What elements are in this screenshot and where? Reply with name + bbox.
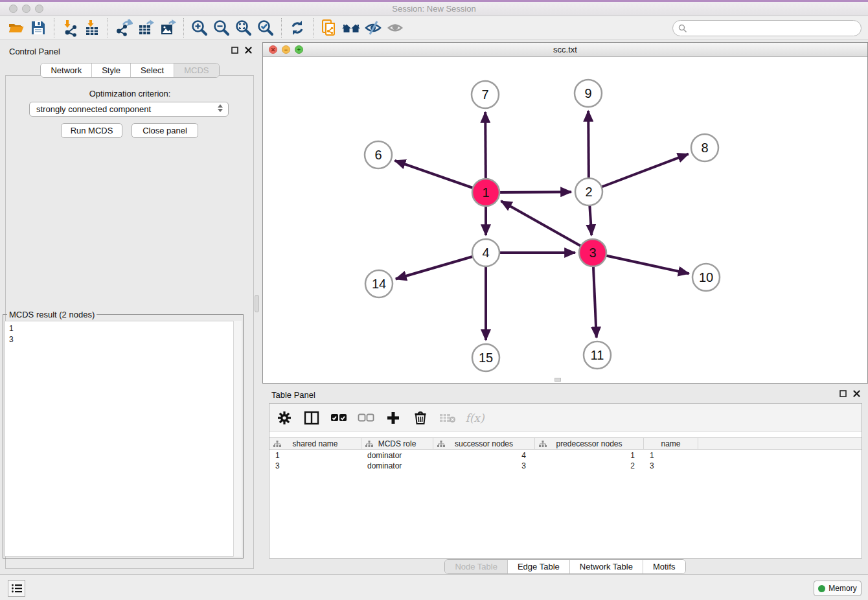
- svg-text:8: 8: [701, 141, 708, 155]
- table-cell[interactable]: 1: [644, 450, 698, 461]
- import-table-button[interactable]: [81, 18, 103, 38]
- column-header-MCDS-role[interactable]: MCDS role: [361, 438, 433, 449]
- table-cell[interactable]: dominator: [361, 450, 433, 461]
- delete-table-icon: [439, 412, 456, 424]
- graph-node-8[interactable]: 8: [691, 134, 718, 161]
- table-tab-node-table[interactable]: Node Table: [445, 560, 507, 573]
- close-panel-icon[interactable]: [245, 47, 252, 54]
- zoom-selected-button[interactable]: [255, 18, 277, 38]
- network-window-titlebar[interactable]: ✕ − + scc.txt: [263, 43, 867, 57]
- graph-edge-3-1[interactable]: [501, 201, 593, 253]
- table-cell[interactable]: 1: [535, 450, 644, 461]
- function-builder-button[interactable]: f(x): [466, 410, 483, 426]
- search-input[interactable]: [687, 22, 861, 35]
- zoom-fit-button[interactable]: [233, 18, 255, 38]
- graph-edge-3-10[interactable]: [593, 253, 689, 273]
- table-tab-network-table[interactable]: Network Table: [569, 560, 643, 573]
- split-panel-button[interactable]: [303, 410, 320, 426]
- float-panel-icon[interactable]: [839, 390, 847, 397]
- tab-select[interactable]: Select: [130, 63, 174, 77]
- export-table-button[interactable]: [135, 18, 157, 38]
- export-image-button[interactable]: [157, 18, 179, 38]
- graph-node-7[interactable]: 7: [472, 81, 499, 108]
- table-row[interactable]: 3dominator323: [269, 461, 862, 471]
- list-icon: [11, 583, 23, 594]
- mcds-result-text[interactable]: 1 3: [5, 321, 242, 557]
- window-titlebar[interactable]: Session: New Session: [0, 2, 868, 16]
- table-tab-edge-table[interactable]: Edge Table: [507, 560, 569, 573]
- graph-node-4[interactable]: 4: [472, 239, 499, 266]
- export-network-button[interactable]: [113, 18, 135, 38]
- hide-details-button[interactable]: [362, 18, 384, 38]
- show-details-button[interactable]: [384, 18, 406, 38]
- tab-mcds[interactable]: MCDS: [174, 63, 218, 77]
- add-column-button[interactable]: [385, 410, 402, 426]
- table-cell[interactable]: 3: [269, 461, 361, 471]
- network-window-title: scc.txt: [263, 45, 867, 54]
- table-cell[interactable]: 3: [644, 461, 698, 471]
- criterion-dropdown[interactable]: strongly connected component: [29, 102, 229, 117]
- table-cell[interactable]: 4: [433, 450, 535, 461]
- plus-icon: [386, 411, 400, 425]
- run-mcds-button[interactable]: Run MCDS: [61, 123, 122, 138]
- import-network-button[interactable]: [59, 18, 81, 38]
- column-header-predecessor-nodes[interactable]: predecessor nodes: [535, 438, 644, 449]
- zoom-selected-icon: [257, 19, 275, 37]
- split-columns-icon: [304, 411, 319, 425]
- graph-node-2[interactable]: 2: [575, 178, 602, 205]
- zoom-in-button[interactable]: [188, 18, 211, 38]
- column-header-successor-nodes[interactable]: successor nodes: [433, 438, 535, 449]
- clone-network-button[interactable]: [318, 18, 340, 38]
- graph-node-10[interactable]: 10: [692, 264, 720, 291]
- network-scrollbar-thumb[interactable]: [554, 378, 561, 382]
- result-scrollbar[interactable]: [233, 321, 242, 557]
- delete-column-button[interactable]: [412, 410, 429, 426]
- memory-button[interactable]: Memory: [814, 581, 862, 596]
- graph-node-6[interactable]: 6: [365, 141, 392, 168]
- column-header-shared-name[interactable]: shared name: [269, 438, 361, 449]
- table-panel-title: Table Panel: [271, 390, 315, 400]
- network-canvas[interactable]: 7968124314101511: [263, 57, 867, 383]
- graph-node-3[interactable]: 3: [579, 239, 606, 266]
- graph-edge-2-8[interactable]: [589, 154, 689, 192]
- toolbar-separator: [108, 18, 108, 38]
- graph-node-1[interactable]: 1: [472, 179, 499, 206]
- select-all-columns-button[interactable]: [330, 410, 347, 426]
- graph-node-11[interactable]: 11: [584, 341, 611, 369]
- table-row[interactable]: 1dominator411: [269, 450, 862, 461]
- close-panel-icon[interactable]: [853, 390, 860, 397]
- column-header-name[interactable]: name: [644, 438, 698, 449]
- deselect-all-columns-button[interactable]: [358, 410, 374, 426]
- status-bar: Memory: [0, 574, 868, 600]
- mcds-result-box: MCDS result (2 nodes) 1 3: [3, 314, 244, 559]
- task-history-button[interactable]: [8, 580, 25, 597]
- unchecked-boxes-icon: [358, 413, 374, 422]
- open-session-button[interactable]: [5, 18, 27, 38]
- graph-node-15[interactable]: 15: [472, 344, 499, 371]
- table-cell[interactable]: dominator: [361, 461, 433, 471]
- tab-style[interactable]: Style: [91, 63, 130, 77]
- graph-node-9[interactable]: 9: [575, 80, 602, 107]
- tab-network[interactable]: Network: [41, 63, 91, 77]
- svg-text:3: 3: [589, 246, 596, 260]
- table-cell[interactable]: 3: [433, 461, 535, 471]
- table-cell[interactable]: 1: [269, 450, 361, 461]
- graph-node-14[interactable]: 14: [365, 270, 393, 297]
- table-options-button[interactable]: [276, 410, 293, 426]
- table-tab-motifs[interactable]: Motifs: [643, 560, 685, 573]
- home-button[interactable]: [340, 18, 362, 38]
- graph-edge-1-6[interactable]: [394, 161, 486, 192]
- export-image-icon: [159, 19, 177, 37]
- zoom-out-button[interactable]: [211, 18, 233, 38]
- toolbar-separator: [54, 18, 54, 38]
- gear-icon: [277, 411, 291, 425]
- control-panel-title: Control Panel: [9, 47, 60, 56]
- delete-table-button[interactable]: [439, 410, 456, 426]
- save-session-button[interactable]: [27, 18, 49, 38]
- close-panel-button[interactable]: Close panel: [131, 123, 198, 138]
- refresh-layout-button[interactable]: [286, 18, 308, 38]
- float-panel-icon[interactable]: [231, 47, 238, 54]
- search-field[interactable]: [672, 20, 862, 36]
- table-cell[interactable]: 2: [535, 461, 644, 471]
- control-panel-scrollbar-thumb[interactable]: [255, 295, 259, 312]
